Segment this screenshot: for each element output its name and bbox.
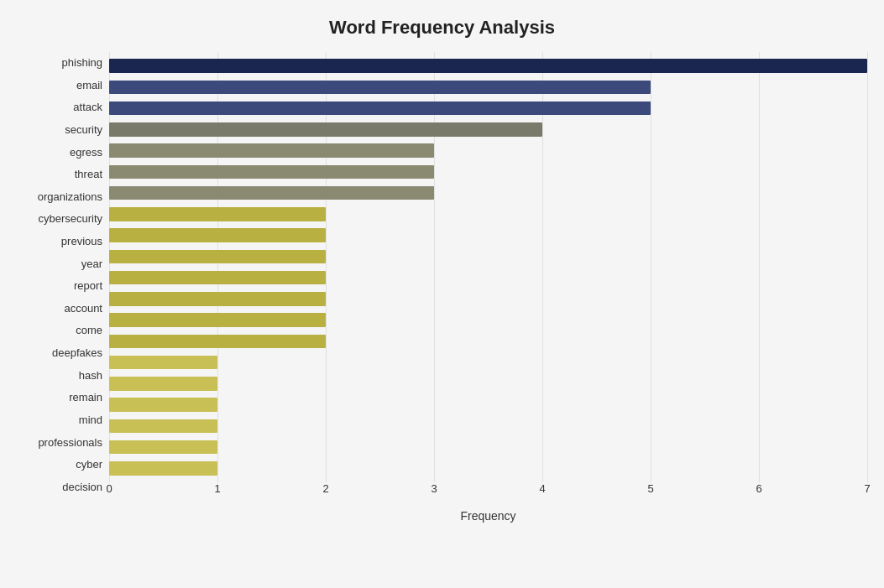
- y-axis-label: account: [64, 298, 102, 319]
- bar-row: [109, 437, 867, 458]
- bar: [109, 313, 326, 326]
- y-axis: phishingemailattacksecurityegressthreato…: [17, 52, 109, 523]
- bar-row: [109, 246, 867, 267]
- y-axis-label: report: [74, 275, 102, 296]
- y-axis-label: cybersecurity: [38, 208, 102, 229]
- bar-row: [109, 415, 867, 436]
- bar: [109, 143, 434, 157]
- chart-container: Word Frequency Analysis phishingemailatt…: [0, 0, 884, 588]
- bar-row: [109, 76, 867, 97]
- x-tick: 3: [431, 482, 437, 495]
- y-axis-label: deepfakes: [52, 342, 102, 363]
- bar: [109, 271, 326, 284]
- bar-row: [109, 458, 867, 479]
- bars-wrapper: [109, 52, 867, 482]
- bar: [109, 81, 651, 94]
- bar: [109, 419, 217, 433]
- bar-row: [109, 373, 867, 394]
- bar: [109, 59, 867, 72]
- bar-row: [109, 119, 867, 140]
- bar-row: [109, 352, 867, 373]
- x-axis: 01234567: [109, 482, 867, 507]
- chart-title: Word Frequency Analysis: [17, 17, 867, 39]
- y-axis-label: egress: [70, 141, 102, 162]
- bar: [109, 440, 217, 454]
- x-axis-label: Frequency: [109, 509, 867, 523]
- y-axis-label: email: [76, 75, 102, 96]
- bar-row: [109, 310, 867, 330]
- bar-row: [109, 225, 867, 246]
- x-tick: 0: [106, 482, 112, 495]
- bar-row: [109, 161, 867, 182]
- x-tick: 5: [647, 482, 653, 495]
- grid-line: [867, 52, 868, 482]
- y-axis-label: organizations: [38, 186, 102, 207]
- bar-row: [109, 289, 867, 310]
- bar: [109, 377, 217, 390]
- bar-row: [109, 394, 867, 415]
- x-tick: 6: [756, 482, 761, 495]
- bar: [109, 250, 326, 263]
- bar: [109, 165, 434, 179]
- bar-row: [109, 204, 867, 225]
- y-axis-label: come: [76, 320, 102, 341]
- bar-row: [109, 140, 867, 161]
- y-axis-label: professionals: [38, 431, 102, 452]
- bar: [109, 461, 217, 475]
- bar: [109, 186, 434, 200]
- y-axis-label: remain: [69, 387, 102, 408]
- bar-row: [109, 183, 867, 204]
- bar-row: [109, 268, 867, 289]
- chart-area: phishingemailattacksecurityegressthreato…: [17, 52, 867, 523]
- bar: [109, 398, 217, 411]
- bar: [109, 207, 326, 221]
- y-axis-label: security: [65, 119, 102, 140]
- bar-row: [109, 98, 867, 119]
- y-axis-label: threat: [75, 164, 102, 185]
- bar-row: [109, 330, 867, 351]
- bar: [109, 228, 326, 242]
- x-tick: 1: [214, 482, 220, 495]
- bar: [109, 122, 542, 136]
- x-tick: 7: [864, 482, 870, 495]
- bars-area: [109, 52, 867, 482]
- bar: [109, 292, 326, 305]
- y-axis-label: attack: [73, 96, 102, 117]
- x-tick: 2: [322, 482, 328, 495]
- y-axis-label: phishing: [62, 52, 102, 73]
- y-axis-label: previous: [61, 231, 102, 252]
- bars-and-xaxis: 01234567 Frequency: [109, 52, 867, 523]
- y-axis-label: hash: [79, 365, 102, 386]
- bar: [109, 101, 651, 115]
- bar: [109, 335, 326, 348]
- y-axis-label: mind: [79, 409, 102, 430]
- bar-row: [109, 55, 867, 76]
- bar: [109, 356, 217, 369]
- y-axis-label: cyber: [76, 454, 102, 475]
- x-tick: 4: [539, 482, 545, 495]
- y-axis-label: year: [81, 252, 102, 273]
- y-axis-label: decision: [62, 476, 102, 497]
